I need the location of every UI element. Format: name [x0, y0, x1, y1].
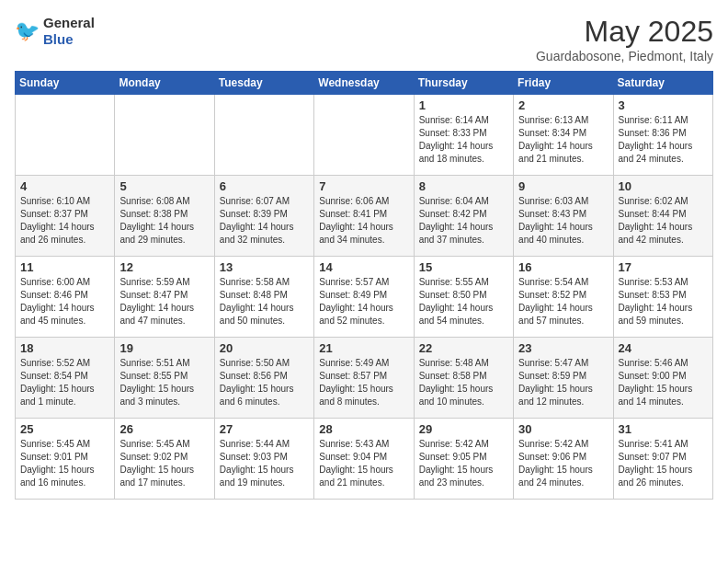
calendar-table: SundayMondayTuesdayWednesdayThursdayFrid… — [15, 71, 713, 500]
page-header: 🐦 General Blue May 2025 Guardabosone, Pi… — [15, 15, 713, 63]
day-detail: Sunrise: 6:06 AM Sunset: 8:41 PM Dayligh… — [319, 195, 408, 247]
calendar-cell: 10Sunrise: 6:02 AM Sunset: 8:44 PM Dayli… — [613, 176, 712, 257]
header-day-sunday: Sunday — [16, 72, 115, 95]
day-number: 26 — [119, 422, 209, 436]
day-number: 22 — [419, 341, 508, 355]
day-detail: Sunrise: 5:42 AM Sunset: 9:05 PM Dayligh… — [419, 438, 508, 489]
day-detail: Sunrise: 5:49 AM Sunset: 8:57 PM Dayligh… — [319, 357, 408, 408]
week-row-2: 4Sunrise: 6:10 AM Sunset: 8:37 PM Daylig… — [16, 176, 713, 257]
day-detail: Sunrise: 6:11 AM Sunset: 8:36 PM Dayligh… — [619, 114, 708, 166]
day-number: 17 — [619, 260, 708, 274]
day-number: 15 — [419, 260, 508, 274]
calendar-cell: 21Sunrise: 5:49 AM Sunset: 8:57 PM Dayli… — [314, 338, 414, 419]
day-number: 8 — [419, 179, 508, 193]
day-detail: Sunrise: 5:45 AM Sunset: 9:02 PM Dayligh… — [119, 438, 209, 489]
day-detail: Sunrise: 6:00 AM Sunset: 8:46 PM Dayligh… — [20, 276, 109, 327]
day-number: 7 — [319, 179, 408, 193]
day-number: 24 — [619, 341, 708, 355]
header-day-tuesday: Tuesday — [214, 72, 313, 95]
week-row-3: 11Sunrise: 6:00 AM Sunset: 8:46 PM Dayli… — [16, 257, 713, 338]
header-row: SundayMondayTuesdayWednesdayThursdayFrid… — [16, 72, 713, 95]
logo-text-blue: Blue — [43, 31, 74, 47]
day-detail: Sunrise: 5:41 AM Sunset: 9:07 PM Dayligh… — [619, 438, 708, 489]
header-day-thursday: Thursday — [414, 72, 513, 95]
calendar-cell: 8Sunrise: 6:04 AM Sunset: 8:42 PM Daylig… — [414, 176, 513, 257]
calendar-cell: 22Sunrise: 5:48 AM Sunset: 8:58 PM Dayli… — [414, 338, 513, 419]
day-detail: Sunrise: 5:44 AM Sunset: 9:03 PM Dayligh… — [220, 438, 309, 489]
day-number: 18 — [20, 341, 109, 355]
calendar-cell: 9Sunrise: 6:03 AM Sunset: 8:43 PM Daylig… — [514, 176, 613, 257]
day-number: 2 — [518, 98, 608, 112]
calendar-cell: 30Sunrise: 5:42 AM Sunset: 9:06 PM Dayli… — [514, 419, 613, 500]
day-number: 29 — [419, 422, 508, 436]
location-subtitle: Guardabosone, Piedmont, Italy — [536, 49, 713, 63]
day-number: 28 — [319, 422, 408, 436]
calendar-cell: 20Sunrise: 5:50 AM Sunset: 8:56 PM Dayli… — [214, 338, 313, 419]
calendar-cell: 19Sunrise: 5:51 AM Sunset: 8:55 PM Dayli… — [115, 338, 214, 419]
day-detail: Sunrise: 5:53 AM Sunset: 8:53 PM Dayligh… — [619, 276, 708, 327]
calendar-cell — [214, 95, 313, 176]
day-number: 31 — [619, 422, 708, 436]
day-number: 27 — [220, 422, 309, 436]
day-detail: Sunrise: 6:10 AM Sunset: 8:37 PM Dayligh… — [20, 195, 109, 247]
day-number: 9 — [518, 179, 608, 193]
day-detail: Sunrise: 5:55 AM Sunset: 8:50 PM Dayligh… — [419, 276, 508, 327]
logo-icon: 🐦 — [15, 19, 40, 43]
header-day-friday: Friday — [514, 72, 613, 95]
day-detail: Sunrise: 5:58 AM Sunset: 8:48 PM Dayligh… — [220, 276, 309, 327]
day-detail: Sunrise: 5:50 AM Sunset: 8:56 PM Dayligh… — [220, 357, 309, 408]
day-detail: Sunrise: 5:46 AM Sunset: 9:00 PM Dayligh… — [619, 357, 708, 408]
day-number: 20 — [220, 341, 309, 355]
calendar-cell: 24Sunrise: 5:46 AM Sunset: 9:00 PM Dayli… — [613, 338, 712, 419]
calendar-cell: 17Sunrise: 5:53 AM Sunset: 8:53 PM Dayli… — [613, 257, 712, 338]
calendar-cell: 15Sunrise: 5:55 AM Sunset: 8:50 PM Dayli… — [414, 257, 513, 338]
day-number: 13 — [220, 260, 309, 274]
title-area: May 2025 Guardabosone, Piedmont, Italy — [536, 15, 713, 63]
day-number: 10 — [619, 179, 708, 193]
calendar-cell: 23Sunrise: 5:47 AM Sunset: 8:59 PM Dayli… — [514, 338, 613, 419]
day-detail: Sunrise: 5:57 AM Sunset: 8:49 PM Dayligh… — [319, 276, 408, 327]
day-number: 3 — [619, 98, 708, 112]
calendar-cell: 2Sunrise: 6:13 AM Sunset: 8:34 PM Daylig… — [514, 95, 613, 176]
day-detail: Sunrise: 5:51 AM Sunset: 8:55 PM Dayligh… — [119, 357, 209, 408]
calendar-cell: 31Sunrise: 5:41 AM Sunset: 9:07 PM Dayli… — [613, 419, 712, 500]
day-detail: Sunrise: 5:59 AM Sunset: 8:47 PM Dayligh… — [119, 276, 209, 327]
day-number: 30 — [518, 422, 608, 436]
day-detail: Sunrise: 5:45 AM Sunset: 9:01 PM Dayligh… — [20, 438, 109, 489]
day-detail: Sunrise: 5:48 AM Sunset: 8:58 PM Dayligh… — [419, 357, 508, 408]
day-number: 12 — [119, 260, 209, 274]
day-detail: Sunrise: 5:54 AM Sunset: 8:52 PM Dayligh… — [518, 276, 608, 327]
week-row-5: 25Sunrise: 5:45 AM Sunset: 9:01 PM Dayli… — [16, 419, 713, 500]
day-detail: Sunrise: 6:04 AM Sunset: 8:42 PM Dayligh… — [419, 195, 508, 247]
day-detail: Sunrise: 5:43 AM Sunset: 9:04 PM Dayligh… — [319, 438, 408, 489]
day-detail: Sunrise: 6:02 AM Sunset: 8:44 PM Dayligh… — [619, 195, 708, 247]
calendar-cell: 11Sunrise: 6:00 AM Sunset: 8:46 PM Dayli… — [16, 257, 115, 338]
calendar-cell: 1Sunrise: 6:14 AM Sunset: 8:33 PM Daylig… — [414, 95, 513, 176]
day-number: 14 — [319, 260, 408, 274]
header-day-saturday: Saturday — [613, 72, 712, 95]
calendar-cell: 12Sunrise: 5:59 AM Sunset: 8:47 PM Dayli… — [115, 257, 214, 338]
header-day-monday: Monday — [115, 72, 214, 95]
header-day-wednesday: Wednesday — [314, 72, 414, 95]
day-number: 1 — [419, 98, 508, 112]
day-number: 21 — [319, 341, 408, 355]
day-number: 25 — [20, 422, 109, 436]
day-detail: Sunrise: 6:07 AM Sunset: 8:39 PM Dayligh… — [220, 195, 309, 247]
month-title: May 2025 — [536, 15, 713, 49]
calendar-cell: 13Sunrise: 5:58 AM Sunset: 8:48 PM Dayli… — [214, 257, 313, 338]
calendar-cell — [115, 95, 214, 176]
calendar-cell: 4Sunrise: 6:10 AM Sunset: 8:37 PM Daylig… — [16, 176, 115, 257]
calendar-cell: 25Sunrise: 5:45 AM Sunset: 9:01 PM Dayli… — [16, 419, 115, 500]
calendar-cell: 16Sunrise: 5:54 AM Sunset: 8:52 PM Dayli… — [514, 257, 613, 338]
logo: 🐦 General Blue — [15, 15, 95, 48]
day-number: 23 — [518, 341, 608, 355]
logo-text-general: General — [43, 15, 95, 30]
week-row-4: 18Sunrise: 5:52 AM Sunset: 8:54 PM Dayli… — [16, 338, 713, 419]
day-number: 6 — [220, 179, 309, 193]
day-number: 16 — [518, 260, 608, 274]
calendar-cell: 29Sunrise: 5:42 AM Sunset: 9:05 PM Dayli… — [414, 419, 513, 500]
calendar-cell: 18Sunrise: 5:52 AM Sunset: 8:54 PM Dayli… — [16, 338, 115, 419]
calendar-cell — [16, 95, 115, 176]
day-detail: Sunrise: 6:14 AM Sunset: 8:33 PM Dayligh… — [419, 114, 508, 166]
calendar-cell: 3Sunrise: 6:11 AM Sunset: 8:36 PM Daylig… — [613, 95, 712, 176]
